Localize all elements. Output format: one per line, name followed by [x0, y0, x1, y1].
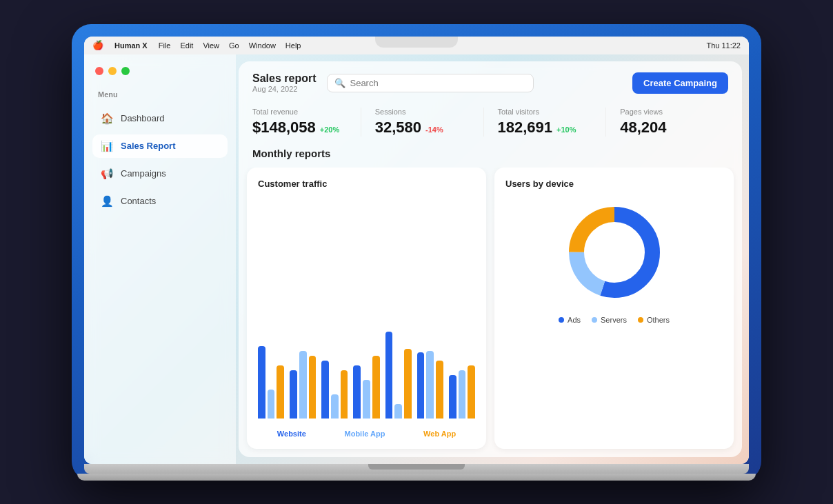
bar-group-1: [290, 351, 316, 419]
bar-group-6: [449, 365, 475, 419]
laptop-base: [77, 474, 756, 481]
stat-change: -14%: [425, 125, 443, 134]
sidebar-item-label: Contacts: [121, 196, 156, 206]
legend-servers: Servers: [592, 316, 627, 324]
bar-6-1[interactable]: [459, 370, 466, 419]
users-by-device-card: Users by device: [494, 168, 734, 449]
laptop-hinge: [368, 464, 465, 470]
bar-6-0[interactable]: [449, 375, 456, 419]
stat-change: +10%: [556, 125, 576, 134]
minimize-button[interactable]: [108, 67, 117, 75]
stat-value-row: $148,058 +20%: [252, 119, 347, 137]
menu-go[interactable]: Go: [229, 41, 239, 50]
sidebar-item-dashboard[interactable]: 🏠 Dashboard: [92, 107, 228, 130]
bar-0-0[interactable]: [258, 346, 265, 419]
bar-6-2[interactable]: [468, 365, 475, 419]
sidebar-item-sales-report[interactable]: 📊 Sales Report: [92, 134, 228, 158]
bar-group-4: [385, 332, 412, 419]
maximize-button[interactable]: [121, 67, 130, 75]
menu-help[interactable]: Help: [285, 41, 301, 50]
bar-2-2[interactable]: [341, 370, 348, 419]
chart-title-device: Users by device: [505, 179, 723, 189]
sidebar-item-label: Campaigns: [121, 168, 166, 179]
close-button[interactable]: [95, 67, 103, 75]
chart-title-traffic: Customer traffic: [258, 179, 475, 189]
stat-value: 48,204: [620, 119, 666, 137]
stats-row: Total revenue $148,058 +20% Sessions 32,…: [239, 102, 742, 148]
stat-label: Pages views: [620, 108, 714, 116]
bar-5-0[interactable]: [417, 352, 425, 418]
system-time: Thu 11:22: [706, 41, 741, 50]
legend-web-app[interactable]: Web App: [423, 430, 456, 438]
window-controls: [92, 67, 228, 75]
stat-value: $148,058: [252, 119, 316, 137]
menu-view[interactable]: View: [203, 41, 219, 50]
dashboard-icon: 🏠: [101, 112, 114, 125]
customer-traffic-card: Customer traffic Website Mobile App Web …: [247, 168, 486, 449]
bar-5-1[interactable]: [426, 351, 434, 419]
stat-value: 182,691: [498, 119, 553, 137]
menu-window[interactable]: Window: [249, 41, 276, 50]
bar-1-0[interactable]: [290, 370, 297, 419]
laptop-frame: 🍎 Human X File Edit View Go Window Help …: [72, 24, 761, 481]
legend-mobile-app[interactable]: Mobile App: [345, 430, 385, 438]
donut-chart: [559, 197, 670, 308]
sidebar-item-campaigns[interactable]: 📢 Campaigns: [92, 162, 228, 185]
laptop-screen: 🍎 Human X File Edit View Go Window Help …: [84, 37, 749, 464]
sidebar-item-label: Sales Report: [121, 141, 175, 151]
legend-ads: Ads: [559, 316, 581, 324]
bar-3-0[interactable]: [353, 365, 361, 419]
stat-value: 32,580: [375, 119, 421, 137]
stat-total-visitors: Total visitors 182,691 +10%: [498, 108, 607, 137]
menubar: 🍎 Human X File Edit View Go Window Help …: [84, 37, 749, 54]
stat-value-row: 182,691 +10%: [498, 119, 592, 137]
stat-page-views: Pages views 48,204: [620, 108, 728, 137]
bar-group-2: [321, 361, 348, 419]
sales-report-icon: 📊: [101, 140, 114, 152]
bar-5-2[interactable]: [436, 361, 443, 419]
app-container: Menu 🏠 Dashboard 📊 Sales Report 📢 Campai…: [84, 54, 749, 464]
app-name[interactable]: Human X: [114, 41, 148, 50]
stat-value-row: 48,204: [620, 119, 714, 137]
laptop-bottom: [84, 464, 749, 474]
others-label: Others: [647, 316, 670, 324]
bar-3-1[interactable]: [363, 380, 370, 419]
stat-label: Total visitors: [498, 108, 592, 116]
donut-legends: Ads Servers Others: [559, 316, 670, 324]
sidebar: Menu 🏠 Dashboard 📊 Sales Report 📢 Campai…: [84, 54, 236, 464]
campaigns-icon: 📢: [101, 168, 114, 180]
others-dot: [638, 317, 643, 323]
bar-4-1[interactable]: [394, 404, 402, 419]
bar-4-0[interactable]: [385, 332, 393, 419]
search-input[interactable]: [350, 78, 526, 88]
legend-others: Others: [638, 316, 670, 324]
bar-1-2[interactable]: [309, 356, 317, 419]
apple-menu[interactable]: 🍎: [92, 40, 103, 50]
menubar-right: Thu 11:22: [706, 41, 741, 50]
bar-0-1[interactable]: [268, 390, 275, 419]
bar-group-3: [353, 356, 379, 419]
stat-total-revenue: Total revenue $148,058 +20%: [252, 108, 361, 137]
page-title: Sales report: [252, 72, 316, 85]
legend-website[interactable]: Website: [277, 430, 306, 438]
sidebar-item-label: Dashboard: [121, 113, 165, 123]
sidebar-item-contacts[interactable]: 👤 Contacts: [92, 190, 228, 213]
menu-file[interactable]: File: [159, 41, 171, 50]
bar-4-2[interactable]: [404, 349, 412, 419]
bar-1-1[interactable]: [299, 351, 307, 419]
section-title-monthly: Monthly reports: [239, 148, 742, 168]
bar-chart-area: [258, 197, 475, 424]
charts-row: Customer traffic Website Mobile App Web …: [239, 168, 742, 457]
bar-0-2[interactable]: [277, 365, 284, 419]
create-campaign-button[interactable]: Create Campaing: [632, 72, 728, 94]
stat-label: Total revenue: [252, 108, 347, 116]
header-title-block: Sales report Aug 24, 2022: [252, 72, 316, 93]
bar-2-0[interactable]: [321, 361, 329, 419]
bar-group-0: [258, 346, 284, 419]
menu-edit[interactable]: Edit: [180, 41, 193, 50]
bar-3-2[interactable]: [372, 356, 380, 419]
bar-2-1[interactable]: [331, 394, 339, 419]
ads-label: Ads: [568, 316, 581, 324]
bar-legends: Website Mobile App Web App: [258, 430, 475, 438]
search-box[interactable]: 🔍: [327, 74, 534, 92]
